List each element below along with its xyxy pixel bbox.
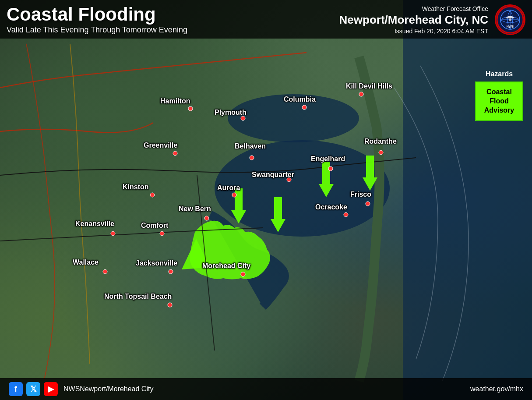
city-new-bern: New Bern [179, 205, 211, 213]
svg-text:NWS: NWS [507, 25, 514, 28]
city-jacksonville: Jacksonville [136, 259, 177, 267]
city-kenansville: Kenansville [75, 220, 114, 228]
city-rodanthe: Rodanthe [364, 138, 397, 145]
social-handle: NWSNewport/Morehead City [63, 385, 153, 393]
hazards-label: Hazards [486, 70, 513, 78]
city-kinston: Kinston [123, 183, 149, 191]
office-name: Newport/Morehead City, NC [339, 13, 488, 27]
flood-advisory-box: CoastalFloodAdvisory [475, 81, 523, 121]
city-north-topsail-beach: North Topsail Beach [104, 293, 172, 301]
city-comfort: Comfort [141, 222, 168, 230]
city-swanquarter: Swanquarter [252, 171, 294, 179]
city-morehead-city: Morehead City [202, 262, 250, 270]
twitter-icon[interactable]: 𝕏 [26, 382, 40, 396]
city-plymouth: Plymouth [215, 109, 247, 117]
city-columbia: Columbia [284, 96, 316, 103]
header-right: Weather Forecast Office Newport/Morehead… [339, 5, 488, 35]
hazards-panel: Hazards CoastalFloodAdvisory [475, 70, 523, 121]
website-url: weather.gov/mhx [470, 385, 523, 393]
svg-point-32 [509, 18, 511, 21]
main-title: Coastal Flooding [7, 4, 187, 25]
city-wallace: Wallace [73, 258, 99, 266]
footer: f 𝕏 ▶ NWSNewport/Morehead City weather.g… [0, 378, 532, 400]
city-belhaven: Belhaven [235, 142, 266, 150]
city-kill-devil-hills: Kill Devil Hills [346, 82, 392, 90]
city-engelhard: Engelhard [311, 155, 345, 163]
facebook-icon[interactable]: f [9, 382, 23, 396]
header: Coastal Flooding Valid Late This Evening… [0, 0, 532, 39]
flood-advisory-text: CoastalFloodAdvisory [484, 88, 514, 114]
city-frisco: Frisco [350, 191, 371, 198]
city-ocracoke: Ocracoke [315, 203, 347, 211]
issued-date: Issued Feb 20, 2020 6:04 AM EST [395, 28, 488, 35]
header-left: Coastal Flooding Valid Late This Evening… [7, 4, 187, 35]
header-right-group: Weather Forecast Office Newport/Morehead… [339, 4, 525, 35]
social-icons: f 𝕏 ▶ NWSNewport/Morehead City [9, 382, 153, 396]
nws-logo: NWS [495, 4, 525, 35]
city-greenville: Greenville [144, 142, 177, 149]
map-background [0, 0, 532, 400]
city-aurora: Aurora [217, 184, 240, 192]
youtube-icon[interactable]: ▶ [44, 382, 58, 396]
office-label: Weather Forecast Office [422, 5, 488, 12]
sub-title: Valid Late This Evening Through Tomorrow… [7, 25, 187, 35]
map-container: Kill Devil Hills Columbia Plymouth Hamil… [0, 0, 532, 400]
city-hamilton: Hamilton [160, 97, 190, 105]
